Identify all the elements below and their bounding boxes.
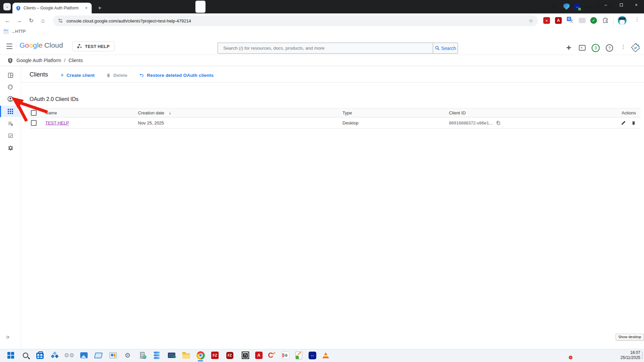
help-icon[interactable]: ? [606,44,613,52]
chrome-running-indicator [198,360,203,361]
console-search-bar: Search [218,43,458,54]
tab-close-icon[interactable]: × [84,5,89,11]
row-checkbox[interactable] [31,120,37,126]
header-name[interactable]: Name [45,110,138,115]
overview-icon [7,72,14,79]
back-icon[interactable]: ← [3,16,12,25]
clock[interactable]: 16:07 25/11/2025 [619,350,640,360]
chrome-taskbar-button[interactable] [196,351,205,360]
bookmark-star-icon[interactable]: ☆ [529,18,533,24]
settings-button[interactable]: ⚙ [123,351,132,360]
registry-icon [51,351,59,359]
acrobat-button[interactable]: A [254,351,264,360]
user-avatar[interactable] [631,43,641,53]
antivirus-check-extension-icon[interactable]: ✓ [590,17,597,24]
filezilla-server-button[interactable]: FZ [225,351,234,360]
profile-avatar[interactable] [618,16,627,25]
delete-trash-icon[interactable] [631,120,636,125]
taskbar-search-button[interactable] [21,351,30,360]
sandbox-app-button[interactable] [94,351,103,360]
delete-button[interactable]: Delete [106,73,128,78]
project-selector-button[interactable]: TEST HELP [72,41,114,51]
logo-letter: G [19,41,25,49]
notepad-plus-button[interactable] [294,351,304,360]
registry-editor-button[interactable] [50,351,59,360]
header-client-id[interactable]: Client ID [449,110,602,115]
teamviewer-button[interactable]: ↔ [308,351,317,360]
acrobat-extension-icon[interactable]: A [555,17,562,24]
home-icon[interactable]: ⌂ [39,16,47,25]
bookmark-favicon: Etere [3,29,9,34]
new-tab-button[interactable]: + [95,4,104,12]
site-info-icon[interactable] [58,18,63,23]
system-monitor-button[interactable] [108,351,118,360]
page-title: Clients [30,71,48,78]
filezilla-button[interactable]: FZ [210,351,220,360]
sidebar-item-data-access[interactable] [0,118,21,129]
gemini-icon[interactable] [565,44,572,51]
console-search-input[interactable] [218,43,433,53]
sort-descending-icon[interactable]: ↓ [169,110,171,115]
header-creation-date[interactable]: Creation date ↓ [138,110,342,115]
bookmark-item[interactable]: Etere →HTTP [3,29,26,34]
reload-icon[interactable]: ↻ [27,16,36,25]
disabled-extension-icon[interactable] [579,17,586,24]
navigation-menu-icon[interactable] [5,42,13,50]
auth-platform-shield-icon [7,58,13,63]
forward-icon[interactable]: → [15,16,24,25]
console-more-menu-icon[interactable]: ⋮ [620,44,626,50]
microsoft-store-button[interactable] [35,351,45,360]
delete-label: Delete [113,73,128,78]
edit-pencil-icon[interactable] [621,120,626,125]
client-name-link[interactable]: TEST HELP [45,120,69,125]
voicemeeter-button[interactable]: •))) [281,351,290,360]
idm-extension-icon[interactable]: » [543,17,550,24]
list-gear-icon [7,120,14,127]
tray-expand-button[interactable] [550,0,558,13]
console-search-button[interactable]: Search [433,43,458,53]
ccleaner-button[interactable]: C [267,351,277,360]
network-tray-icon[interactable] [596,0,604,13]
translate-extension-icon[interactable]: G文 [567,17,574,24]
sidebar-item-settings[interactable] [0,142,21,153]
file-explorer-button[interactable] [181,351,191,360]
copy-icon[interactable] [496,120,501,125]
extensions-puzzle-icon[interactable] [602,17,609,24]
sidebar-item-branding[interactable] [0,81,21,93]
database-app-button[interactable] [152,351,162,360]
start-button[interactable] [6,351,15,360]
select-all-checkbox[interactable] [31,110,37,116]
window-close-button[interactable]: × [629,0,644,11]
browser-menu-icon[interactable]: ⋮ [635,16,640,22]
google-cloud-logo[interactable]: GoogleCloud [19,41,63,49]
sidebar-item-audience[interactable] [0,93,21,105]
cloud-shell-icon[interactable]: >_ [579,45,586,51]
create-client-button[interactable]: + Create client [60,72,95,79]
browser-tab[interactable]: Clients – Google Auth Platform × [12,3,92,13]
restore-clients-button[interactable]: Restore deleted OAuth clients [139,73,214,78]
server-manager-button[interactable] [138,351,147,360]
show-desktop-divider[interactable] [642,352,642,359]
language-indicator[interactable]: ENG [584,0,594,13]
photos-app-button[interactable] [79,351,89,360]
header-type[interactable]: Type [342,110,449,115]
vlc-button[interactable] [321,351,330,360]
defender-tray-icon[interactable] [562,0,571,13]
sidebar-item-clients[interactable] [0,106,21,117]
sidebar-item-verification[interactable] [0,130,21,141]
tab-search-button[interactable]: ⌄ [3,3,11,10]
address-bar[interactable]: console.cloud.google.com/auth/clients?pr… [53,15,538,26]
7zip-button[interactable]: 7z [241,351,250,360]
services-button[interactable]: ⚙⚙ [64,351,74,360]
teamviewer-tray-icon[interactable]: ↔ [573,0,582,13]
breadcrumb-separator: / [64,58,65,63]
remote-desktop-button[interactable]: ↻ [167,351,176,360]
collapse-panel-icon[interactable] [5,334,11,340]
control-panel-icon [109,352,117,358]
window-maximize-button[interactable] [613,0,629,11]
notifications-badge[interactable]: 3 [592,44,600,52]
volume-tray-icon[interactable] [606,0,614,13]
breadcrumb-root[interactable]: Google Auth Platform [16,58,61,63]
logo-letter: e [39,41,43,49]
sidebar-item-overview[interactable] [0,69,21,81]
